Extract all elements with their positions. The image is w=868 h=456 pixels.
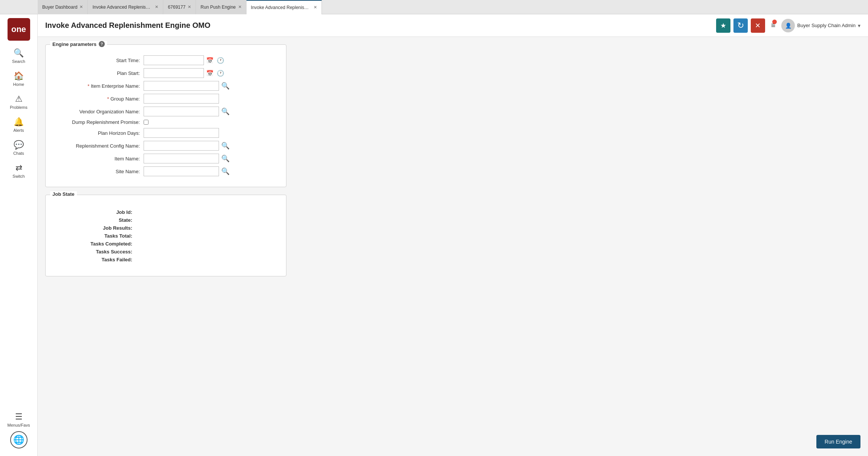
job-id-row: Job Id: bbox=[61, 209, 271, 215]
item-enterprise-name-input[interactable] bbox=[144, 81, 219, 91]
sidebar-item-switch[interactable]: ⇄Switch bbox=[0, 159, 37, 182]
group-name-input[interactable] bbox=[144, 94, 219, 104]
tab-tab-buyer-dashboard[interactable]: Buyer Dashboard✕ bbox=[38, 0, 88, 14]
site-name-input[interactable] bbox=[144, 166, 219, 176]
item-enterprise-name-input-group: 🔍 bbox=[144, 81, 230, 91]
home-icon: 🏠 bbox=[14, 71, 24, 81]
replenishment-config-input[interactable] bbox=[144, 141, 219, 151]
plan-start-row: Plan Start: 📅 🕐 bbox=[53, 68, 279, 78]
item-name-input[interactable] bbox=[144, 154, 219, 163]
plan-start-input-group: 📅 🕐 bbox=[144, 68, 225, 78]
item-enterprise-name-search-icon[interactable]: 🔍 bbox=[220, 81, 230, 91]
sidebar-item-home[interactable]: 🏠Home bbox=[0, 67, 37, 90]
page-title: Invoke Advanced Replenishment Engine OMO bbox=[45, 21, 716, 30]
logo[interactable]: one bbox=[8, 18, 30, 41]
dump-replenishment-checkbox[interactable] bbox=[144, 120, 148, 125]
refresh-button[interactable]: ↻ bbox=[733, 18, 748, 33]
sidebar-item-alerts[interactable]: 🔔Alerts bbox=[0, 113, 37, 136]
tab-close-icon[interactable]: ✕ bbox=[155, 5, 158, 9]
tab-tab-6769177[interactable]: 6769177✕ bbox=[163, 0, 196, 14]
replenishment-config-row: Replenishment Config Name: 🔍 bbox=[53, 141, 279, 151]
site-name-search-icon[interactable]: 🔍 bbox=[220, 166, 230, 176]
tasks-failed-label: Tasks Failed: bbox=[61, 257, 136, 262]
item-enterprise-name-label: Item Enterprise Name: bbox=[53, 83, 144, 89]
plan-start-calendar-icon[interactable]: 📅 bbox=[205, 69, 214, 78]
vendor-org-name-row: Vendor Organization Name: 🔍 bbox=[53, 107, 279, 116]
vendor-org-name-input-group: 🔍 bbox=[144, 107, 230, 116]
favorite-button[interactable]: ★ bbox=[716, 18, 730, 33]
dump-replenishment-label: Dump Replenishment Promise: bbox=[53, 119, 144, 125]
plan-horizon-days-row: Plan Horizon Days: bbox=[53, 128, 279, 138]
run-engine-button[interactable]: Run Engine bbox=[816, 435, 860, 448]
start-time-calendar-icon[interactable]: 📅 bbox=[205, 56, 214, 65]
sidebar-item-problems[interactable]: ⚠Problems bbox=[0, 90, 37, 113]
start-time-label: Start Time: bbox=[53, 58, 144, 63]
vendor-org-name-label: Vendor Organization Name: bbox=[53, 109, 144, 114]
item-name-input-group: 🔍 bbox=[144, 154, 230, 163]
site-name-label: Site Name: bbox=[53, 169, 144, 174]
plan-start-clock-icon[interactable]: 🕐 bbox=[216, 69, 225, 78]
user-section[interactable]: 👤 Buyer Supply Chain Admin ▾ bbox=[781, 19, 860, 32]
replenishment-config-input-group: 🔍 bbox=[144, 141, 230, 151]
sidebar-label-search: Search bbox=[12, 59, 25, 64]
help-icon[interactable]: ? bbox=[99, 41, 105, 47]
tab-label: Invoke Advanced Replenishment... bbox=[251, 5, 311, 10]
plan-start-input[interactable] bbox=[144, 68, 204, 78]
tasks-success-row: Tasks Success: bbox=[61, 249, 271, 255]
job-id-label: Job Id: bbox=[61, 209, 136, 215]
job-state-section: Job State Job Id: State: Job Results: bbox=[45, 195, 286, 276]
vendor-org-name-input[interactable] bbox=[144, 107, 219, 116]
group-name-input-group bbox=[144, 94, 219, 104]
tasks-completed-label: Tasks Completed: bbox=[61, 241, 136, 247]
alerts-icon: 🔔 bbox=[14, 117, 24, 127]
sidebar: one 🔍Search🏠Home⚠Problems🔔Alerts💬Chats⇄S… bbox=[0, 14, 38, 456]
tasks-success-label: Tasks Success: bbox=[61, 249, 136, 255]
tasks-total-label: Tasks Total: bbox=[61, 233, 136, 239]
tab-close-icon[interactable]: ✕ bbox=[238, 5, 242, 9]
sidebar-item-search[interactable]: 🔍Search bbox=[0, 44, 37, 67]
sidebar-bottom: ☰ Menus/Favs 🌐 bbox=[0, 408, 37, 448]
tab-tab-invoke-2[interactable]: Invoke Advanced Replenishment...✕ bbox=[246, 0, 322, 14]
avatar: 👤 bbox=[781, 19, 795, 32]
sidebar-label-switch: Switch bbox=[12, 174, 24, 178]
vendor-org-name-search-icon[interactable]: 🔍 bbox=[220, 107, 230, 116]
item-name-row: Item Name: 🔍 bbox=[53, 154, 279, 163]
state-row: State: bbox=[61, 217, 271, 223]
switch-icon: ⇄ bbox=[15, 163, 22, 173]
group-name-row: Group Name: bbox=[53, 94, 279, 104]
user-dropdown-icon: ▾ bbox=[858, 23, 860, 29]
tab-close-icon[interactable]: ✕ bbox=[314, 5, 317, 10]
engine-parameters-section: Engine parameters ? Start Time: 📅 🕐 Plan… bbox=[45, 44, 286, 187]
sidebar-label-alerts: Alerts bbox=[13, 128, 24, 133]
sidebar-item-chats[interactable]: 💬Chats bbox=[0, 136, 37, 159]
tab-label: 6769177 bbox=[168, 5, 185, 10]
tasks-failed-row: Tasks Failed: bbox=[61, 257, 271, 262]
group-name-label: Group Name: bbox=[53, 96, 144, 102]
tab-tab-run-push[interactable]: Run Push Engine✕ bbox=[196, 0, 246, 14]
replenishment-config-search-icon[interactable]: 🔍 bbox=[220, 141, 230, 151]
sidebar-label-home: Home bbox=[13, 82, 24, 87]
item-name-search-icon[interactable]: 🔍 bbox=[220, 154, 230, 163]
tab-tab-invoke-1[interactable]: Invoke Advanced Replenishment...✕ bbox=[88, 0, 163, 14]
sidebar-label-chats: Chats bbox=[13, 151, 24, 156]
tab-label: Invoke Advanced Replenishment... bbox=[92, 5, 153, 10]
plan-horizon-days-input[interactable] bbox=[144, 128, 219, 138]
close-button[interactable]: ✕ bbox=[751, 18, 765, 33]
site-name-row: Site Name: 🔍 bbox=[53, 166, 279, 176]
start-time-input[interactable] bbox=[144, 55, 204, 65]
menus-favs-icon: ☰ bbox=[15, 412, 23, 422]
job-results-row: Job Results: bbox=[61, 225, 271, 231]
job-state-legend: Job State bbox=[50, 191, 77, 197]
chats-icon: 💬 bbox=[14, 140, 24, 150]
replenishment-config-label: Replenishment Config Name: bbox=[53, 143, 144, 149]
problems-icon: ⚠ bbox=[15, 94, 23, 104]
item-enterprise-name-row: Item Enterprise Name: 🔍 bbox=[53, 81, 279, 91]
start-time-row: Start Time: 📅 🕐 bbox=[53, 55, 279, 65]
page-content: Engine parameters ? Start Time: 📅 🕐 Plan… bbox=[38, 37, 868, 456]
tab-close-icon[interactable]: ✕ bbox=[188, 5, 191, 9]
tab-close-icon[interactable]: ✕ bbox=[80, 5, 83, 9]
sidebar-item-menus-favs[interactable]: ☰ Menus/Favs bbox=[0, 408, 37, 431]
engine-parameters-legend: Engine parameters ? bbox=[50, 41, 107, 47]
globe-icon[interactable]: 🌐 bbox=[10, 431, 28, 448]
start-time-clock-icon[interactable]: 🕐 bbox=[216, 56, 225, 65]
